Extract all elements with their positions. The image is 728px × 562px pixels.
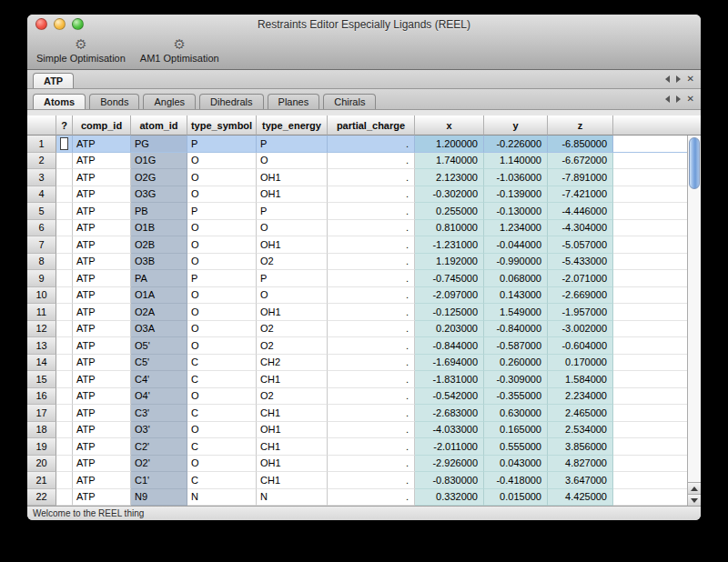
cell-type_energy[interactable]: N xyxy=(257,489,328,507)
close-tab-icon[interactable]: ✕ xyxy=(687,95,694,104)
table-row[interactable]: 1ATPPGPP.1.200000-0.226000-6.850000 xyxy=(27,135,687,153)
cell-comp_id[interactable]: ATP xyxy=(73,186,131,204)
table-row[interactable]: 5ATPPBPP.0.255000-0.130000-4.446000 xyxy=(27,203,687,220)
cell-flag[interactable] xyxy=(56,153,73,170)
table-row[interactable]: 4ATPO3GOOH1.-0.302000-0.139000-7.421000 xyxy=(27,186,687,204)
cell-y[interactable]: -0.226000 xyxy=(484,135,548,153)
cell-type_energy[interactable]: O2 xyxy=(257,254,328,271)
table-row[interactable]: 11ATPO2AOOH1.-0.1250001.549000-1.957000 xyxy=(27,304,687,321)
cell-y[interactable]: -0.840000 xyxy=(484,321,548,338)
table-row[interactable]: 22ATPN9NN.0.3320000.0150004.425000 xyxy=(27,489,687,507)
column-header-x[interactable]: x xyxy=(415,115,484,135)
cell-type_symbol[interactable]: O xyxy=(187,287,257,305)
cell-partial_charge[interactable]: . xyxy=(328,304,415,321)
cell-atom_id[interactable]: O1G xyxy=(131,153,187,170)
cell-partial_charge[interactable]: . xyxy=(328,287,415,305)
cell-comp_id[interactable]: ATP xyxy=(73,270,131,287)
cell-z[interactable]: -6.850000 xyxy=(548,135,613,153)
cell-type_symbol[interactable]: N xyxy=(187,489,257,507)
cell-type_symbol[interactable]: C xyxy=(187,355,257,372)
column-header-type_energy[interactable]: type_energy xyxy=(257,115,328,135)
cell-flag[interactable] xyxy=(56,337,73,355)
cell-partial_charge[interactable]: . xyxy=(328,438,415,456)
cell-atom_id[interactable]: C4' xyxy=(131,371,187,388)
cell-comp_id[interactable]: ATP xyxy=(73,304,131,321)
cell-partial_charge[interactable]: . xyxy=(328,371,415,388)
cell-atom_id[interactable]: C3' xyxy=(131,405,187,422)
cell-y[interactable]: -0.418000 xyxy=(484,472,548,489)
cell-partial_charge[interactable]: . xyxy=(328,203,415,220)
cell-partial_charge[interactable]: . xyxy=(328,388,415,406)
table-row[interactable]: 17ATPC3'CCH1.-2.6830000.6300002.465000 xyxy=(27,405,687,422)
column-header-type_symbol[interactable]: type_symbol xyxy=(187,115,257,135)
cell-flag[interactable] xyxy=(56,321,73,338)
cell-flag[interactable] xyxy=(56,489,73,507)
cell-type_energy[interactable]: P xyxy=(257,270,328,287)
cell-comp_id[interactable]: ATP xyxy=(73,422,131,439)
minimize-window-button[interactable] xyxy=(54,18,66,30)
cell-flag[interactable] xyxy=(56,405,73,422)
cell-type_symbol[interactable]: P xyxy=(187,135,257,153)
cell-partial_charge[interactable]: . xyxy=(328,405,415,422)
cell-atom_id[interactable]: N9 xyxy=(131,489,187,507)
cell-partial_charge[interactable]: . xyxy=(328,489,415,507)
tab-atoms[interactable]: Atoms xyxy=(33,94,86,109)
cell-type_symbol[interactable]: O xyxy=(187,388,257,406)
cell-type_symbol[interactable]: O xyxy=(187,153,257,170)
cell-y[interactable]: -1.036000 xyxy=(484,169,548,186)
tab-planes[interactable]: Planes xyxy=(268,94,320,109)
cell-y[interactable]: 0.165000 xyxy=(484,422,548,439)
cell-partial_charge[interactable]: . xyxy=(328,254,415,271)
cell-x[interactable]: -0.125000 xyxy=(415,304,484,321)
cell-y[interactable]: 0.015000 xyxy=(484,489,548,507)
cell-atom_id[interactable]: O1A xyxy=(131,287,187,305)
scroll-down-button[interactable] xyxy=(688,494,701,506)
cell-atom_id[interactable]: O1B xyxy=(131,220,187,237)
cell-type_energy[interactable]: OH1 xyxy=(257,304,328,321)
cell-partial_charge[interactable]: . xyxy=(328,135,415,153)
cell-z[interactable]: 3.856000 xyxy=(548,438,613,456)
cell-type_energy[interactable]: P xyxy=(257,135,328,153)
cell-flag[interactable] xyxy=(56,169,73,186)
cell-z[interactable]: -5.433000 xyxy=(548,254,613,271)
cell-flag[interactable] xyxy=(56,388,73,406)
cell-atom_id[interactable]: C1' xyxy=(131,472,187,489)
cell-partial_charge[interactable]: . xyxy=(328,422,415,439)
table-row[interactable]: 16ATPO4'OO2.-0.542000-0.3550002.234000 xyxy=(27,388,687,406)
cell-x[interactable]: -1.831000 xyxy=(415,371,484,388)
cell-x[interactable]: -2.683000 xyxy=(415,405,484,422)
next-tab-icon[interactable] xyxy=(676,75,681,83)
cell-y[interactable]: 0.068000 xyxy=(484,270,548,287)
cell-z[interactable]: -7.891000 xyxy=(548,169,613,186)
table-row[interactable]: 21ATPC1'CCH1.-0.830000-0.4180003.647000 xyxy=(27,472,687,489)
toolbar-item[interactable]: ⚙Simple Optimisation xyxy=(36,37,126,64)
prev-tab-icon[interactable] xyxy=(665,95,670,103)
cell-comp_id[interactable]: ATP xyxy=(73,355,131,372)
cell-flag[interactable] xyxy=(56,438,73,456)
vertical-scrollbar[interactable] xyxy=(687,135,701,506)
cell-z[interactable]: 3.647000 xyxy=(548,472,613,489)
zoom-window-button[interactable] xyxy=(72,18,84,30)
cell-z[interactable]: -4.304000 xyxy=(548,220,613,237)
table-row[interactable]: 3ATPO2GOOH1.2.123000-1.036000-7.891000 xyxy=(27,169,687,186)
cell-type_symbol[interactable]: C xyxy=(187,438,257,456)
cell-x[interactable]: 1.740000 xyxy=(415,153,484,170)
cell-z[interactable]: 2.234000 xyxy=(548,388,613,406)
cell-y[interactable]: -0.130000 xyxy=(484,203,548,220)
cell-atom_id[interactable]: O3' xyxy=(131,422,187,439)
cell-comp_id[interactable]: ATP xyxy=(73,405,131,422)
cell-comp_id[interactable]: ATP xyxy=(73,337,131,355)
scroll-up-button[interactable] xyxy=(688,482,701,494)
cell-atom_id[interactable]: C5' xyxy=(131,355,187,372)
cell-flag[interactable] xyxy=(56,287,73,305)
cell-type_symbol[interactable]: O xyxy=(187,186,257,204)
cell-atom_id[interactable]: PG xyxy=(131,135,187,153)
cell-partial_charge[interactable]: . xyxy=(328,236,415,254)
cell-z[interactable]: -2.669000 xyxy=(548,287,613,305)
cell-z[interactable]: -0.604000 xyxy=(548,337,613,355)
cell-y[interactable]: 1.234000 xyxy=(484,220,548,237)
cell-comp_id[interactable]: ATP xyxy=(73,220,131,237)
cell-atom_id[interactable]: O3B xyxy=(131,254,187,271)
cell-type_energy[interactable]: CH1 xyxy=(257,438,328,456)
cell-z[interactable]: 4.827000 xyxy=(548,456,613,473)
